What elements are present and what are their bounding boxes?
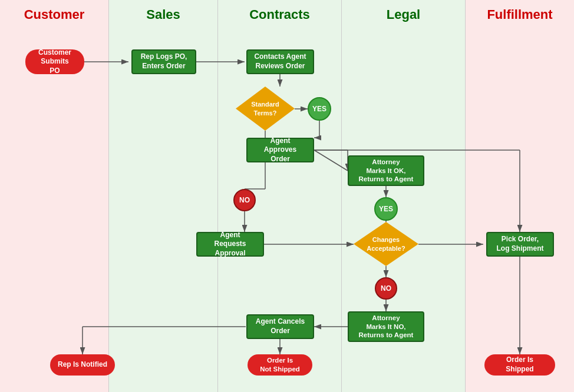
node-agent-cancels: Agent CancelsOrder [246, 314, 314, 339]
node-agent-requests: Agent RequestsApproval [196, 232, 264, 257]
node-customer-submits: Customer SubmitsPO [25, 49, 84, 74]
node-yes2: YES [374, 197, 398, 221]
node-order-not-shipped: Order IsNot Shipped [248, 354, 312, 376]
node-attorney-ok: AttorneyMarks It OK,Returns to Agent [348, 155, 424, 186]
node-contacts-agent: Contacts AgentReviews Order [246, 49, 314, 74]
node-agent-approves: Agent ApprovesOrder [246, 138, 314, 162]
flowchart-diagram: Customer Sales Contracts Legal Fulfillme… [0, 0, 574, 392]
node-rep-notified: Rep Is Notified [50, 354, 115, 376]
node-attorney-no: AttorneyMarks It NO,Returns to Agent [348, 311, 424, 342]
node-pick-order: Pick Order,Log Shipment [486, 232, 554, 257]
node-no1: NO [233, 189, 256, 211]
node-rep-logs: Rep Logs PO,Enters Order [131, 49, 196, 74]
node-no2: NO [375, 277, 397, 300]
node-yes1: YES [308, 97, 331, 121]
arrow-attorney-back [314, 150, 348, 171]
node-order-shipped: Order Is Shipped [484, 354, 555, 376]
